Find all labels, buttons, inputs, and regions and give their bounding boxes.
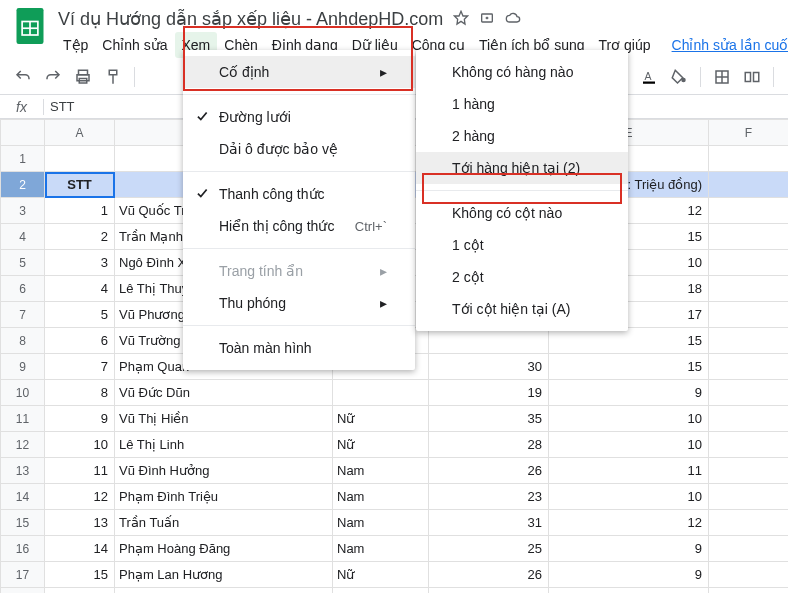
- undo-icon[interactable]: [10, 64, 36, 90]
- cell[interactable]: 30: [429, 354, 549, 380]
- cell[interactable]: [709, 562, 789, 588]
- last-edit-link[interactable]: Chỉnh sửa lần cuối: [672, 37, 788, 53]
- menu-item[interactable]: 1 hàng: [416, 88, 628, 120]
- cell[interactable]: Trần Tuấn: [115, 510, 333, 536]
- cell[interactable]: 1: [45, 198, 115, 224]
- cell[interactable]: 12: [45, 484, 115, 510]
- cell[interactable]: Nữ: [333, 432, 429, 458]
- cell[interactable]: 23: [429, 484, 549, 510]
- cell[interactable]: Nam: [333, 458, 429, 484]
- cell[interactable]: 8: [45, 380, 115, 406]
- merge-icon[interactable]: [739, 64, 765, 90]
- cell[interactable]: [333, 380, 429, 406]
- cell[interactable]: 3: [45, 250, 115, 276]
- cell[interactable]: [709, 328, 789, 354]
- print-icon[interactable]: [70, 64, 96, 90]
- row-header-2[interactable]: 2: [1, 172, 45, 198]
- row-header-8[interactable]: 8: [1, 328, 45, 354]
- cell[interactable]: Vũ Thị Hiền: [115, 406, 333, 432]
- row-header-10[interactable]: 10: [1, 380, 45, 406]
- cell[interactable]: [709, 354, 789, 380]
- menu-item[interactable]: 1 cột: [416, 229, 628, 261]
- menu-item[interactable]: Đường lưới: [183, 101, 415, 133]
- cell[interactable]: Vũ Đình Hưởng: [115, 458, 333, 484]
- cell[interactable]: Vũ Đức Dũn: [115, 380, 333, 406]
- cloud-icon[interactable]: [505, 10, 521, 29]
- cell[interactable]: 25: [429, 536, 549, 562]
- row-header-16[interactable]: 16: [1, 536, 45, 562]
- menu-item[interactable]: Toàn màn hình: [183, 332, 415, 364]
- row-header-15[interactable]: 15: [1, 510, 45, 536]
- cell[interactable]: 15: [549, 354, 709, 380]
- cell[interactable]: [709, 302, 789, 328]
- fill-color-icon[interactable]: [666, 64, 692, 90]
- cell[interactable]: 9: [549, 562, 709, 588]
- cell[interactable]: 15: [549, 328, 709, 354]
- cell[interactable]: 31: [429, 510, 549, 536]
- cell[interactable]: 26: [429, 562, 549, 588]
- cell[interactable]: 19: [429, 380, 549, 406]
- menu-item[interactable]: Tới cột hiện tại (A): [416, 293, 628, 325]
- menu-item[interactable]: Thu phóng▸: [183, 287, 415, 319]
- cell[interactable]: 14: [45, 536, 115, 562]
- row-header-9[interactable]: 9: [1, 354, 45, 380]
- cell[interactable]: Phạm Đình Triệu: [115, 484, 333, 510]
- menu-item[interactable]: Không có cột nào: [416, 197, 628, 229]
- menu-item[interactable]: 2 hàng: [416, 120, 628, 152]
- redo-icon[interactable]: [40, 64, 66, 90]
- col-header-A[interactable]: A: [45, 120, 115, 146]
- cell[interactable]: Nữ: [333, 406, 429, 432]
- cell[interactable]: [429, 328, 549, 354]
- menu-item[interactable]: Cố định▸: [183, 56, 415, 88]
- cell[interactable]: 9: [45, 406, 115, 432]
- borders-icon[interactable]: [709, 64, 735, 90]
- row-header-17[interactable]: 17: [1, 562, 45, 588]
- cell[interactable]: [709, 484, 789, 510]
- cell[interactable]: 15: [45, 562, 115, 588]
- row-header-11[interactable]: 11: [1, 406, 45, 432]
- text-color-icon[interactable]: A: [636, 64, 662, 90]
- col-header-F[interactable]: F: [709, 120, 789, 146]
- star-icon[interactable]: [453, 10, 469, 29]
- cell[interactable]: Phạm Lan Hương: [115, 562, 333, 588]
- row-header-14[interactable]: 14: [1, 484, 45, 510]
- cell[interactable]: 28: [429, 432, 549, 458]
- active-cell[interactable]: STT: [45, 172, 115, 198]
- cell[interactable]: 26: [429, 458, 549, 484]
- row-header-13[interactable]: 13: [1, 458, 45, 484]
- menu-item[interactable]: 2 cột: [416, 261, 628, 293]
- menu-item[interactable]: Thanh công thức: [183, 178, 415, 210]
- cell[interactable]: Lê Thị Linh: [115, 432, 333, 458]
- menu-item[interactable]: Tới hàng hiện tại (2): [416, 152, 628, 184]
- cell[interactable]: [709, 250, 789, 276]
- cell[interactable]: [709, 432, 789, 458]
- cell[interactable]: 12: [549, 510, 709, 536]
- row-header-4[interactable]: 4: [1, 224, 45, 250]
- sheets-logo[interactable]: [10, 6, 50, 46]
- formula-value[interactable]: STT: [44, 99, 75, 114]
- cell[interactable]: 10: [45, 432, 115, 458]
- cell[interactable]: 2: [45, 224, 115, 250]
- cell[interactable]: 6: [45, 328, 115, 354]
- select-all-corner[interactable]: [1, 120, 45, 146]
- cell[interactable]: [709, 224, 789, 250]
- cell[interactable]: [709, 380, 789, 406]
- cell[interactable]: [709, 510, 789, 536]
- row-header-12[interactable]: 12: [1, 432, 45, 458]
- cell[interactable]: 35: [429, 406, 549, 432]
- menu-file[interactable]: Tệp: [56, 32, 95, 58]
- cell[interactable]: 7: [45, 354, 115, 380]
- menu-edit[interactable]: Chỉnh sửa: [95, 32, 174, 58]
- cell[interactable]: Nam: [333, 536, 429, 562]
- cell[interactable]: 9: [549, 536, 709, 562]
- cell[interactable]: Nam: [333, 484, 429, 510]
- cell[interactable]: 10: [549, 484, 709, 510]
- row-header-3[interactable]: 3: [1, 198, 45, 224]
- row-header-7[interactable]: 7: [1, 302, 45, 328]
- menu-item[interactable]: Trang tính ẩn▸: [183, 255, 415, 287]
- cell[interactable]: [709, 458, 789, 484]
- row-header-6[interactable]: 6: [1, 276, 45, 302]
- cell[interactable]: Phạm Hoàng Đăng: [115, 536, 333, 562]
- menu-item[interactable]: Dải ô được bảo vệ: [183, 133, 415, 165]
- cell[interactable]: 11: [549, 458, 709, 484]
